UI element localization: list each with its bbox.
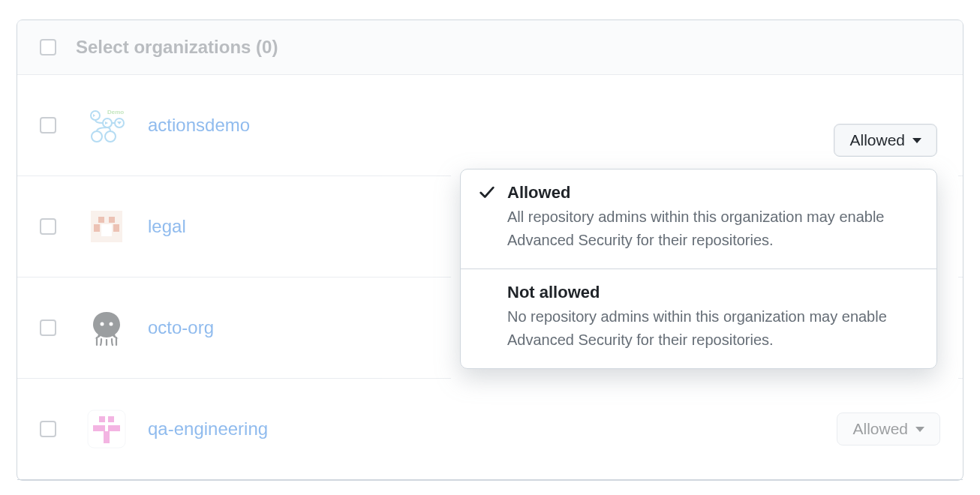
check-icon — [479, 190, 495, 203]
svg-point-5 — [105, 131, 116, 142]
org-row: qa-engineering Allowed — [17, 379, 963, 480]
svg-rect-19 — [108, 425, 114, 431]
option-description: No repository admins within this organiz… — [507, 305, 918, 352]
chevron-down-icon — [912, 138, 921, 143]
dropdown-option-not-allowed[interactable]: Not allowed No repository admins within … — [461, 268, 936, 368]
status-label: Allowed — [852, 420, 908, 438]
option-title: Allowed — [507, 183, 918, 202]
svg-rect-16 — [108, 416, 114, 422]
dropdown-option-allowed[interactable]: Allowed All repository admins within thi… — [461, 170, 936, 268]
select-orgs-label: Select organizations (0) — [76, 37, 278, 58]
svg-text:Demo: Demo — [107, 109, 124, 116]
panel-header: Select organizations (0) — [17, 20, 963, 75]
option-description: All repository admins within this organi… — [507, 206, 918, 252]
organizations-panel: Select organizations (0) Demo actionsdem… — [17, 20, 963, 481]
org-link[interactable]: octo-org — [148, 317, 214, 338]
status-dropdown-button[interactable]: Allowed — [834, 124, 937, 157]
svg-point-4 — [92, 131, 102, 142]
svg-rect-18 — [99, 425, 105, 431]
svg-point-13 — [110, 322, 113, 326]
org-link[interactable]: actionsdemo — [148, 115, 250, 136]
org-avatar: Demo — [86, 105, 127, 146]
org-checkbox[interactable] — [40, 218, 56, 235]
status-label: Allowed — [849, 131, 905, 149]
org-avatar — [86, 308, 127, 348]
dropdown-menu: Allowed All repository admins within thi… — [460, 169, 937, 369]
select-all-checkbox[interactable] — [40, 39, 56, 56]
org-checkbox[interactable] — [40, 421, 56, 437]
status-dropdown-button[interactable]: Allowed — [837, 412, 940, 446]
svg-rect-10 — [113, 224, 119, 232]
org-avatar — [86, 409, 127, 449]
svg-rect-21 — [104, 431, 110, 437]
svg-rect-17 — [93, 425, 99, 431]
svg-rect-20 — [114, 425, 120, 431]
svg-rect-22 — [104, 437, 110, 443]
org-checkbox[interactable] — [40, 320, 56, 336]
org-link[interactable]: legal — [148, 216, 186, 237]
svg-rect-15 — [99, 416, 105, 422]
org-checkbox[interactable] — [40, 117, 56, 134]
svg-rect-11 — [101, 224, 112, 236]
status-dropdown: Allowed Allowed All repository admins wi… — [460, 124, 937, 369]
svg-rect-7 — [98, 217, 104, 223]
svg-point-12 — [101, 322, 104, 326]
svg-rect-9 — [94, 224, 100, 232]
option-title: Not allowed — [507, 283, 918, 302]
org-avatar — [86, 206, 127, 247]
svg-rect-8 — [109, 217, 115, 223]
org-link[interactable]: qa-engineering — [148, 418, 268, 440]
chevron-down-icon — [915, 427, 924, 432]
